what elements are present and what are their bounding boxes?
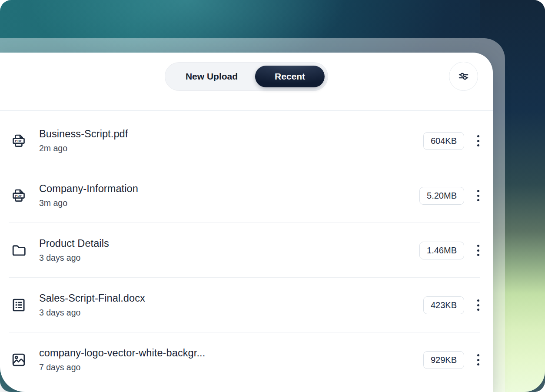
file-name: Product Details [39,238,419,249]
file-row[interactable]: Product Details 3 days ago 1.46MB [0,223,493,278]
file-row[interactable]: PDF Company-Information 3m ago 5.20MB [0,168,493,223]
file-time: 3m ago [39,198,419,208]
file-size-badge: 5.20MB [419,187,464,205]
file-menu-button[interactable] [475,240,482,260]
kebab-menu-icon [477,299,479,302]
file-meta: Company-Information 3m ago [39,183,419,208]
file-size-badge: 929KB [423,351,464,369]
tab-recent[interactable]: Recent [255,66,325,87]
file-meta: Sales-Script-Final.docx 3 days ago [39,292,423,318]
tab-new-upload[interactable]: New Upload [168,66,255,87]
file-menu-button[interactable] [475,131,482,151]
file-meta: Business-Script.pdf 2m ago [39,128,423,153]
file-meta: company-logo-vector-white-backgr... 7 da… [39,347,423,372]
panel-header: New Upload Recent [0,53,493,111]
file-time: 3 days ago [39,308,423,318]
folder-icon [10,242,27,259]
kebab-menu-icon [477,245,479,247]
image-file-icon [10,352,27,368]
file-row[interactable]: company-logo-vector-white-backgr... 7 da… [0,332,493,387]
kebab-menu-icon [477,190,479,192]
file-time: 3 days ago [39,253,419,263]
file-time: 2m ago [39,143,423,153]
kebab-menu-icon [477,135,479,137]
file-menu-button[interactable] [475,186,482,206]
header-divider [0,110,493,111]
file-name: company-logo-vector-white-backgr... [39,347,423,359]
upload-tabs: New Upload Recent [165,62,328,91]
pdf-file-icon: PDF [10,133,27,149]
file-panel: New Upload Recent [0,53,493,392]
file-list: PDF Business-Script.pdf 2m ago 604KB [0,111,493,387]
file-menu-button[interactable] [475,295,482,315]
file-size-badge: 604KB [423,132,464,150]
file-name: Business-Script.pdf [39,128,423,140]
file-size-badge: 423KB [423,296,464,314]
kebab-menu-icon [477,354,479,356]
file-row[interactable]: PDF Business-Script.pdf 2m ago 604KB [0,113,493,168]
sliders-icon [457,70,470,83]
app-window: New Upload Recent [0,0,545,392]
pdf-icon-label: PDF [15,139,22,143]
pdf-icon-label: PDF [15,194,22,198]
file-time: 7 days ago [39,362,423,372]
doc-list-icon [10,297,27,313]
file-meta: Product Details 3 days ago [39,238,419,263]
file-size-badge: 1.46MB [419,242,464,259]
filter-button[interactable] [449,62,478,91]
file-row[interactable]: Sales-Script-Final.docx 3 days ago 423KB [0,278,493,332]
file-name: Sales-Script-Final.docx [39,292,423,304]
file-menu-button[interactable] [475,350,482,370]
pdf-file-icon: PDF [10,187,27,204]
file-name: Company-Information [39,183,419,195]
